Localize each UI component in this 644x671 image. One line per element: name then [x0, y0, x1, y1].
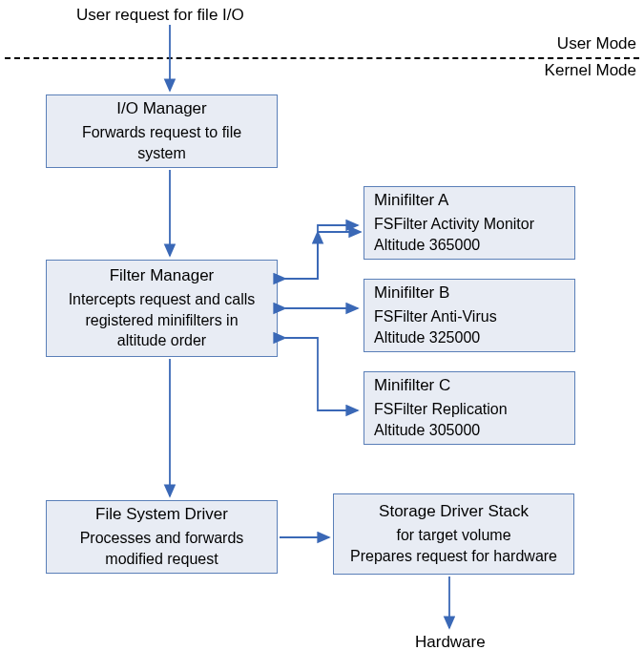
storage-stack-title: Storage Driver Stack [343, 501, 564, 523]
io-manager-sub2: system [56, 143, 267, 164]
filter-manager-box: Filter Manager Intercepts request and ca… [46, 260, 278, 357]
minifilter-c-sub2: Altitude 305000 [374, 420, 480, 441]
storage-stack-box: Storage Driver Stack for target volume P… [333, 493, 574, 575]
filter-manager-sub3: altitude order [56, 330, 267, 351]
fs-driver-sub2: modified request [56, 549, 267, 570]
minifilter-a-title: Minifilter A [374, 190, 448, 212]
minifilter-c-title: Minifilter C [374, 375, 450, 397]
storage-stack-sub2: Prepares request for hardware [343, 546, 564, 567]
minifilter-a-sub1: FSFilter Activity Monitor [374, 214, 534, 235]
storage-stack-sub1: for target volume [343, 525, 564, 546]
fs-driver-title: File System Driver [56, 504, 267, 526]
kernel-mode-label: Kernel Mode [545, 61, 636, 80]
filter-manager-sub1: Intercepts request and calls [56, 289, 267, 310]
minifilter-b-box: Minifilter B FSFilter Anti-Virus Altitud… [364, 279, 575, 352]
minifilter-c-box: Minifilter C FSFilter Replication Altitu… [364, 371, 575, 445]
io-manager-title: I/O Manager [56, 98, 267, 120]
minifilter-b-title: Minifilter B [374, 283, 449, 304]
fs-driver-sub1: Processes and forwards [56, 528, 267, 549]
filter-manager-title: Filter Manager [56, 265, 267, 287]
fs-driver-box: File System Driver Processes and forward… [46, 500, 278, 574]
minifilter-b-sub2: Altitude 325000 [374, 327, 480, 348]
minifilter-c-sub1: FSFilter Replication [374, 399, 508, 420]
hardware-label: Hardware [415, 633, 486, 652]
user-request-label: User request for file I/O [76, 6, 244, 25]
mode-boundary-line [5, 57, 639, 59]
io-manager-box: I/O Manager Forwards request to file sys… [46, 94, 278, 168]
minifilter-a-box: Minifilter A FSFilter Activity Monitor A… [364, 186, 575, 260]
filter-manager-sub2: registered minifilters in [56, 310, 267, 331]
user-mode-label: User Mode [557, 34, 636, 53]
minifilter-a-sub2: Altitude 365000 [374, 235, 480, 256]
io-manager-sub1: Forwards request to file [56, 122, 267, 143]
minifilter-b-sub1: FSFilter Anti-Virus [374, 306, 497, 327]
